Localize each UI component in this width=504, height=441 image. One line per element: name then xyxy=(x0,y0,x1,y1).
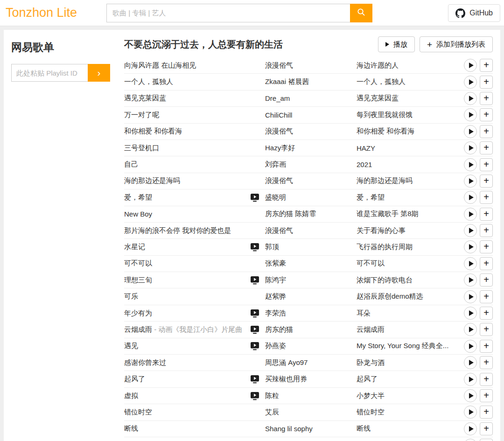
row-add-button[interactable]: + xyxy=(480,257,493,270)
mv-icon xyxy=(250,160,265,169)
row-add-button[interactable]: + xyxy=(480,340,493,353)
sidebar: 网易歌单 › xyxy=(4,30,120,441)
row-add-button[interactable]: + xyxy=(480,141,493,154)
row-play-button[interactable] xyxy=(464,224,477,237)
row-add-button[interactable]: + xyxy=(480,175,493,188)
row-add-button[interactable]: + xyxy=(480,373,493,386)
song-row: 海的那边还是海吗 浪漫俗气 海的那边还是海吗 + xyxy=(124,173,493,189)
row-play-button[interactable] xyxy=(464,59,477,72)
mv-icon xyxy=(250,276,265,285)
song-actions: + xyxy=(463,439,493,441)
song-artist: 陈鸿宇 xyxy=(265,276,357,285)
row-play-button[interactable] xyxy=(464,76,477,89)
row-play-button[interactable] xyxy=(464,108,477,121)
row-add-button[interactable]: + xyxy=(480,191,493,204)
row-add-button[interactable]: + xyxy=(480,439,493,441)
app-logo[interactable]: Tonzhon Lite xyxy=(6,6,106,20)
row-play-button[interactable] xyxy=(464,439,477,441)
song-artist: 李荣浩 xyxy=(265,309,357,318)
row-play-button[interactable] xyxy=(464,175,477,188)
song-artist: ChiliChill xyxy=(265,111,357,119)
row-add-button[interactable]: + xyxy=(480,389,493,402)
row-add-button[interactable]: + xyxy=(480,158,493,171)
mv-icon xyxy=(250,424,265,433)
row-play-button[interactable] xyxy=(464,307,477,320)
song-subtitle: - 动画《我是江小白》片尾曲 xyxy=(152,325,242,333)
song-title: 可乐 xyxy=(124,292,250,301)
row-play-button[interactable] xyxy=(464,125,477,138)
row-play-button[interactable] xyxy=(464,373,477,386)
row-play-button[interactable] xyxy=(464,92,477,105)
play-icon xyxy=(469,327,474,332)
row-add-button[interactable]: + xyxy=(480,273,493,287)
play-icon xyxy=(469,343,474,349)
playlist-id-input[interactable] xyxy=(11,64,88,82)
mv-icon xyxy=(250,176,265,185)
github-button[interactable]: GitHub xyxy=(448,4,500,22)
row-play-button[interactable] xyxy=(464,208,477,221)
row-add-button[interactable]: + xyxy=(480,422,493,435)
song-title: 和你相爱 和你看海 xyxy=(124,127,250,136)
song-artist: 房东的猫 陈婧霏 xyxy=(265,210,357,218)
row-add-button[interactable]: + xyxy=(480,76,493,89)
song-artist: Dre_am xyxy=(265,94,357,102)
row-add-button[interactable]: + xyxy=(480,406,493,419)
playlist-submit-button[interactable]: › xyxy=(88,64,110,82)
row-add-button[interactable]: + xyxy=(480,125,493,138)
song-title: 一个人，孤独人 xyxy=(124,77,250,86)
song-artist: Hazy李好 xyxy=(265,144,357,153)
play-icon xyxy=(469,129,474,134)
row-add-button[interactable]: + xyxy=(480,92,493,105)
song-title: 万一对了呢 xyxy=(124,111,250,119)
play-icon xyxy=(469,409,474,415)
song-artist: 房东的猫 xyxy=(265,325,357,334)
row-add-button[interactable]: + xyxy=(480,356,493,369)
search-button[interactable] xyxy=(350,4,372,22)
song-actions: + xyxy=(463,224,493,237)
row-add-button[interactable]: + xyxy=(480,224,493,237)
mv-icon xyxy=(250,61,265,70)
song-album: 每到夜里我就很饿 xyxy=(357,111,463,119)
row-add-button[interactable]: + xyxy=(480,307,493,320)
row-play-button[interactable] xyxy=(464,290,477,303)
song-artist: 买辣椒也用券 xyxy=(265,375,357,384)
row-play-button[interactable] xyxy=(464,356,477,369)
add-playlist-label: 添加到播放列表 xyxy=(436,40,485,49)
song-row: 可不可以 张紫豪 可不可以 + xyxy=(124,256,493,272)
song-actions: + xyxy=(463,422,493,435)
song-row: 错位时空 艾辰 错位时空 + xyxy=(124,404,493,420)
main-panel: 不要总沉溺于过去，人总要有新的生活 播放 + 添加到播放列表 向海风许愿 在山海… xyxy=(120,30,500,441)
song-album: 飞行器的执行周期 xyxy=(357,243,463,252)
plus-icon: + xyxy=(427,40,432,49)
song-album: 卧龙与酒 xyxy=(357,358,463,367)
row-add-button[interactable]: + xyxy=(480,323,493,336)
row-play-button[interactable] xyxy=(464,406,477,419)
song-row: 遇见克莱因蓝 Dre_am 遇见克莱因蓝 + xyxy=(124,91,493,107)
row-add-button[interactable]: + xyxy=(480,59,493,72)
row-play-button[interactable] xyxy=(464,240,477,253)
song-album: 赵浴辰原创demo精选 xyxy=(357,292,463,301)
search-input[interactable] xyxy=(106,4,350,22)
row-play-button[interactable] xyxy=(464,340,477,353)
row-play-button[interactable] xyxy=(464,191,477,204)
row-play-button[interactable] xyxy=(464,422,477,435)
row-play-button[interactable] xyxy=(464,158,477,171)
song-title: 向海风许愿 在山海相见 xyxy=(124,61,250,70)
song-title: 遇见 xyxy=(124,342,250,350)
row-play-button[interactable] xyxy=(464,389,477,402)
add-playlist-button[interactable]: + 添加到播放列表 xyxy=(420,36,493,52)
song-artist: 浪漫俗气 xyxy=(265,127,357,136)
row-play-button[interactable] xyxy=(464,273,477,287)
mv-icon xyxy=(250,210,265,218)
song-title: 起风了 xyxy=(124,375,250,384)
row-play-button[interactable] xyxy=(464,323,477,336)
row-play-button[interactable] xyxy=(464,141,477,154)
mv-icon xyxy=(250,193,265,202)
row-add-button[interactable]: + xyxy=(480,108,493,121)
row-add-button[interactable]: + xyxy=(480,290,493,303)
row-add-button[interactable]: + xyxy=(480,240,493,253)
row-add-button[interactable]: + xyxy=(480,208,493,221)
row-play-button[interactable] xyxy=(464,257,477,270)
play-playlist-button[interactable]: 播放 xyxy=(378,36,415,52)
song-title: 海的那边还是海吗 xyxy=(124,176,250,185)
